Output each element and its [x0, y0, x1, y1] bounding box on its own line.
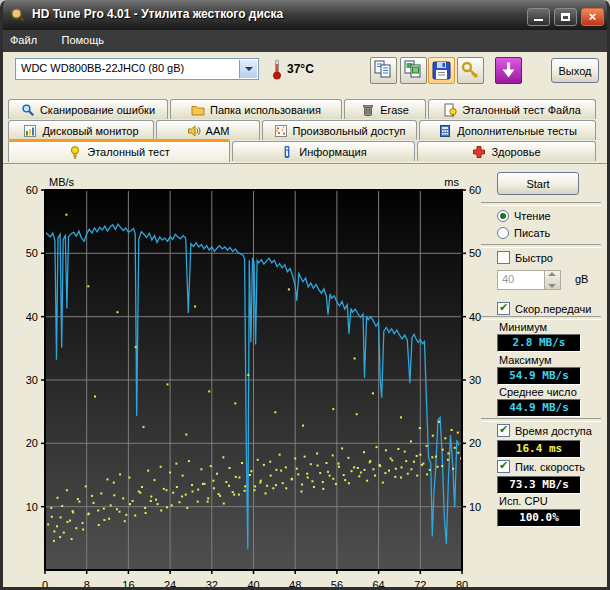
svg-text:20: 20: [26, 437, 38, 449]
capture-button[interactable]: [495, 57, 522, 84]
menu-file[interactable]: Файл: [0, 30, 47, 46]
tab-label: Информация: [299, 146, 366, 158]
temperature-value: 37°C: [287, 62, 314, 76]
svg-text:10: 10: [469, 501, 481, 513]
burst-rate-checkbox[interactable]: Пик. скорость: [497, 460, 585, 473]
save-icon: [429, 58, 454, 83]
tab-label: Erase: [380, 104, 409, 116]
tab-information[interactable]: Информация: [232, 141, 415, 161]
tab-benchmark[interactable]: Эталонный тест: [8, 139, 230, 162]
magnifier-icon: [21, 103, 35, 117]
svg-text:72: 72: [414, 579, 426, 587]
folder-icon: [191, 103, 205, 117]
file-benchmark-icon: [443, 103, 457, 117]
access-time-checkbox[interactable]: Время доступа: [497, 424, 592, 437]
exit-button[interactable]: Выход: [551, 58, 599, 83]
svg-text:50: 50: [26, 247, 38, 259]
access-time-checkbox-label: Время доступа: [515, 425, 592, 437]
tab-label: Здоровье: [491, 146, 540, 158]
checkbox-checked-icon: [497, 424, 510, 437]
checkbox-checked-icon: [497, 302, 510, 315]
svg-text:ms: ms: [444, 176, 459, 188]
svg-text:64: 64: [372, 579, 384, 587]
menu-help[interactable]: Помощь: [52, 30, 115, 46]
title-bar[interactable]: HD Tune Pro 4.01 - Утилита жесткого диск…: [0, 0, 610, 30]
app-icon: [10, 7, 26, 27]
tab-random-access[interactable]: Произвольный доступ: [262, 120, 417, 140]
tab-folder-usage[interactable]: Папка использования: [170, 99, 342, 119]
write-radio-label: Писать: [514, 227, 550, 239]
write-radio[interactable]: Писать: [497, 227, 550, 239]
size-unit-label: gB: [575, 273, 588, 285]
radio-unselected-icon: [497, 227, 509, 239]
chart-icon: [23, 124, 37, 138]
stepper-up-icon: [548, 272, 556, 276]
svg-text:40: 40: [247, 579, 259, 587]
save-button[interactable]: [428, 57, 455, 84]
svg-text:32: 32: [206, 579, 218, 587]
start-button[interactable]: Start: [497, 172, 579, 195]
minimum-value: 2.8 MB/s: [497, 334, 581, 352]
tab-aam[interactable]: AAM: [156, 120, 260, 140]
keys-icon: [458, 58, 483, 83]
hd-tune-window: HD Tune Pro 4.01 - Утилита жесткого диск…: [0, 0, 610, 590]
burst-rate-value: 73.3 MB/s: [497, 476, 581, 494]
size-value: 40: [502, 273, 514, 285]
tab-health[interactable]: Здоровье: [417, 141, 596, 161]
capture-icon: [496, 58, 521, 83]
access-time-value: 16.4 ms: [497, 440, 581, 458]
svg-text:20: 20: [469, 437, 481, 449]
combo-dropdown-button[interactable]: [239, 60, 257, 78]
close-button[interactable]: ×: [581, 8, 604, 26]
drive-select-value: WDC WD800BB-22JHC0 (80 gB): [21, 62, 184, 74]
svg-text:40: 40: [469, 311, 481, 323]
tab-row-3: Эталонный тест Информация Здоровье: [8, 141, 598, 162]
minimize-icon: [534, 19, 543, 21]
options-button[interactable]: [457, 57, 484, 84]
svg-text:56: 56: [331, 579, 343, 587]
separator: [481, 244, 601, 248]
svg-text:60: 60: [469, 184, 481, 196]
tab-label: Эталонный тест: [87, 146, 169, 158]
tab-label: Произвольный доступ: [293, 125, 406, 137]
stepper-buttons[interactable]: [544, 271, 560, 289]
svg-text:30: 30: [469, 374, 481, 386]
menu-bar: Файл Помощь: [0, 30, 610, 52]
transfer-checkbox[interactable]: Скор.передачи: [497, 302, 591, 315]
maximum-label: Максимум: [499, 354, 552, 366]
bulb-icon: [68, 145, 82, 160]
tab-row-2: Дисковый монитор AAM Произвольный доступ…: [8, 120, 598, 141]
tab-file-benchmark[interactable]: Эталонный тест Файла: [428, 99, 596, 119]
tab-extra-tests[interactable]: Дополнительные тесты: [419, 120, 596, 140]
copy-image-button[interactable]: [400, 57, 427, 84]
tab-label: Дополнительные тесты: [457, 125, 577, 137]
fast-checkbox[interactable]: Быстро: [497, 251, 553, 264]
radio-selected-icon: [497, 210, 509, 222]
size-stepper[interactable]: 40: [497, 270, 561, 290]
tab-label: Папка использования: [210, 104, 321, 116]
chevron-down-icon: [245, 67, 253, 75]
maximize-button[interactable]: [554, 8, 577, 26]
burst-rate-checkbox-label: Пик. скорость: [515, 461, 585, 473]
average-value: 44.9 MB/s: [497, 399, 581, 417]
cpu-usage-value: 100.0%: [497, 509, 581, 527]
svg-text:16: 16: [122, 579, 134, 587]
svg-text:30: 30: [26, 374, 38, 386]
read-radio-label: Чтение: [514, 210, 551, 222]
copy-text-button[interactable]: [370, 57, 397, 84]
minimize-button[interactable]: [527, 8, 550, 26]
fast-checkbox-label: Быстро: [515, 252, 553, 264]
transfer-checkbox-label: Скор.передачи: [515, 303, 591, 315]
copy-image-icon: [401, 58, 426, 83]
tab-label: Сканирование ошибки: [40, 104, 155, 116]
close-icon: ×: [589, 9, 597, 24]
svg-text:48: 48: [289, 579, 301, 587]
tab-label: AAM: [206, 125, 230, 137]
tab-disk-monitor[interactable]: Дисковый монитор: [8, 120, 154, 140]
tab-erase[interactable]: Erase: [344, 99, 426, 119]
svg-text:60: 60: [26, 184, 38, 196]
separator: [481, 418, 601, 422]
tab-error-scan[interactable]: Сканирование ошибки: [8, 99, 168, 119]
read-radio[interactable]: Чтение: [497, 210, 551, 222]
drive-select[interactable]: WDC WD800BB-22JHC0 (80 gB): [15, 58, 259, 80]
